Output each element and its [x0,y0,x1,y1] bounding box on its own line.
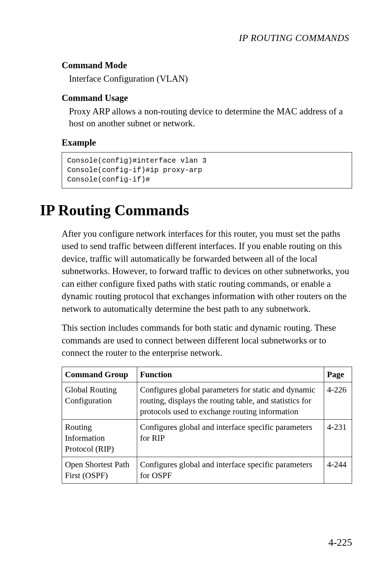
cell-group: Global Routing Configuration [62,382,137,420]
cell-page: 4-226 [324,382,352,420]
cell-page: 4-244 [324,457,352,483]
text-command-usage: Proxy ARP allows a non-routing device to… [69,105,352,130]
intro-paragraph-2: This section includes commands for both … [62,322,352,359]
page-title: IP Routing Commands [40,201,352,219]
document-page: IP ROUTING COMMANDS Command Mode Interfa… [0,0,392,570]
example-code-block: Console(config)#interface vlan 3 Console… [62,152,352,188]
cell-group: Open Shortest Path First (OSPF) [62,457,137,483]
th-command-group: Command Group [62,367,137,382]
text-command-mode: Interface Configuration (VLAN) [69,73,352,85]
heading-command-mode: Command Mode [62,60,352,70]
th-function: Function [137,367,324,382]
cell-function: Configures global and interface specific… [137,420,324,457]
table-row: Routing Information Protocol (RIP) Confi… [62,420,352,457]
heading-command-usage: Command Usage [62,93,352,103]
table-row: Open Shortest Path First (OSPF) Configur… [62,457,352,483]
page-number: 4-225 [328,537,352,548]
cell-function: Configures global and interface specific… [137,457,324,483]
running-header: IP ROUTING COMMANDS [40,33,349,44]
command-group-table: Command Group Function Page Global Routi… [62,367,352,484]
cell-page: 4-231 [324,420,352,457]
table-row: Global Routing Configuration Configures … [62,382,352,420]
cell-function: Configures global parameters for static … [137,382,324,420]
running-header-text: IP ROUTING COMMANDS [239,33,349,43]
th-page: Page [324,367,352,382]
heading-example: Example [62,138,352,148]
intro-paragraph-1: After you configure network interfaces f… [62,228,352,315]
cell-group: Routing Information Protocol (RIP) [62,420,137,457]
table-header-row: Command Group Function Page [62,367,352,382]
